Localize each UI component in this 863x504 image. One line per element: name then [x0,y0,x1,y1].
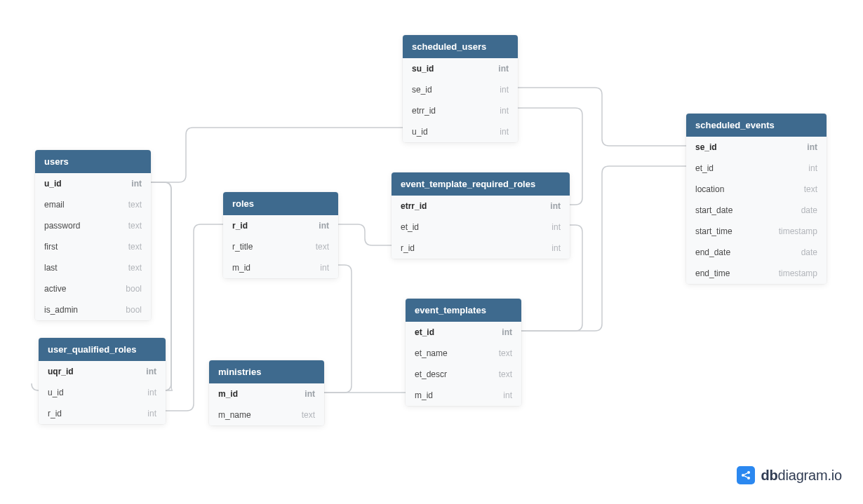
share-icon [737,466,755,484]
table-row: etrr_idint [392,196,570,217]
table-header: scheduled_users [403,35,518,58]
table-row: start_datedate [686,200,827,221]
svg-point-2 [747,477,750,479]
diagram-canvas[interactable]: users u_idint emailtext passwordtext fir… [0,0,863,504]
table-header: roles [223,192,338,215]
table-row: passwordtext [35,215,151,236]
table-row: r_idint [392,238,570,259]
table-row: r_idint [39,403,166,424]
table-header: scheduled_events [686,114,827,137]
table-scheduled-users[interactable]: scheduled_users su_idint se_idint etrr_i… [403,35,518,142]
table-row: et_descrtext [406,364,521,385]
table-row: is_adminbool [35,299,151,320]
table-event-templates[interactable]: event_templates et_idint et_nametext et_… [406,299,521,406]
table-users[interactable]: users u_idint emailtext passwordtext fir… [35,150,151,320]
table-row: end_datedate [686,242,827,263]
table-row: et_nametext [406,343,521,364]
table-row: m_idint [209,383,324,404]
table-scheduled-events[interactable]: scheduled_events se_idint et_idint locat… [686,114,827,284]
table-row: u_idint [35,173,151,194]
table-row: su_idint [403,58,518,79]
table-header: event_templates [406,299,521,322]
table-row: et_idint [406,322,521,343]
table-row: lasttext [35,257,151,278]
table-row: end_timetimestamp [686,263,827,284]
table-ministries[interactable]: ministries m_idint m_nametext [209,360,324,425]
table-row: r_titletext [223,236,338,257]
table-header: ministries [209,360,324,383]
table-row: r_idint [223,215,338,236]
table-row: m_idint [223,257,338,278]
table-row: se_idint [686,137,827,158]
table-row: start_timetimestamp [686,221,827,242]
table-roles[interactable]: roles r_idint r_titletext m_idint [223,192,338,278]
table-row: u_idint [39,382,166,403]
table-row: activebool [35,278,151,299]
table-row: m_idint [406,385,521,406]
table-header: event_template_required_roles [392,172,570,196]
table-user-qualified-roles[interactable]: user_qualified_roles uqr_idint u_idint r… [39,338,166,424]
table-header: users [35,150,151,173]
table-row: etrr_idint [403,100,518,121]
table-row: u_idint [403,121,518,142]
table-row: locationtext [686,179,827,200]
watermark-text: dbdiagram.io [761,468,842,484]
table-row: se_idint [403,79,518,100]
table-row: firsttext [35,236,151,257]
table-row: uqr_idint [39,361,166,382]
watermark: dbdiagram.io [737,466,842,484]
table-header: user_qualified_roles [39,338,166,361]
table-row: m_nametext [209,404,324,425]
table-row: et_idint [686,158,827,179]
table-event-template-required-roles[interactable]: event_template_required_roles etrr_idint… [392,172,570,259]
table-row: emailtext [35,194,151,215]
svg-point-0 [742,474,744,477]
svg-point-1 [747,471,750,474]
table-row: et_idint [392,217,570,238]
